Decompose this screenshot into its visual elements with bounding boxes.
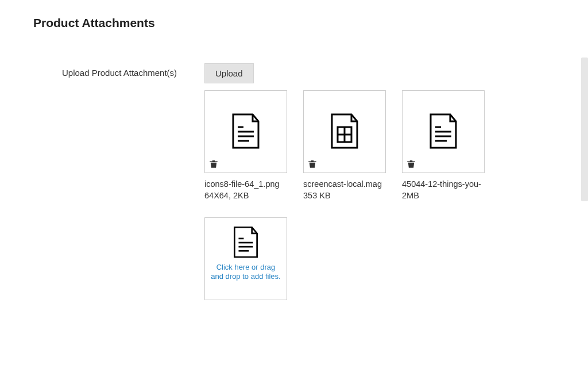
attachment-tiles: icons8-file-64_1.png 64X64, 2KB <box>204 90 526 300</box>
svg-rect-10 <box>313 163 314 167</box>
attachment-tile[interactable] <box>204 90 287 173</box>
attachment-tile[interactable] <box>402 90 485 173</box>
trash-icon[interactable] <box>208 159 219 169</box>
svg-rect-9 <box>311 163 312 167</box>
svg-rect-4 <box>212 163 213 167</box>
attachment-filename: 45044-12-things-you- <box>402 179 485 190</box>
upload-button[interactable]: Upload <box>204 63 254 83</box>
upload-section: Upload Product Attachment(s) Upload <box>0 30 588 300</box>
attachment-meta: 353 KB <box>303 190 386 202</box>
svg-rect-15 <box>410 163 411 167</box>
attachment-filename: screencast-local.mag <box>303 179 386 190</box>
file-text-icon <box>231 226 260 259</box>
file-grid-icon <box>328 113 361 150</box>
attachment-meta: 2MB <box>402 190 485 202</box>
attachment-item: 45044-12-things-you- 2MB <box>402 90 485 201</box>
svg-rect-16 <box>412 163 412 167</box>
attachment-item: icons8-file-64_1.png 64X64, 2KB <box>204 90 287 201</box>
field-label: Upload Product Attachment(s) <box>62 63 204 78</box>
attachment-filename: icons8-file-64_1.png <box>204 179 287 190</box>
svg-rect-5 <box>214 163 215 167</box>
page-title: Product Attachments <box>0 0 588 30</box>
trash-icon[interactable] <box>406 159 416 169</box>
attachment-meta: 64X64, 2KB <box>204 190 287 202</box>
trash-icon[interactable] <box>307 159 318 169</box>
file-text-icon <box>230 113 262 150</box>
file-text-icon <box>427 113 459 150</box>
scrollbar[interactable] <box>581 57 588 201</box>
attachment-tile[interactable] <box>303 90 386 173</box>
dropzone-text: Click here or drag and drop to add files… <box>211 263 281 282</box>
dropzone[interactable]: Click here or drag and drop to add files… <box>204 217 287 300</box>
attachment-item: screencast-local.mag 353 KB <box>303 90 386 201</box>
upload-column: Upload <box>204 63 588 300</box>
